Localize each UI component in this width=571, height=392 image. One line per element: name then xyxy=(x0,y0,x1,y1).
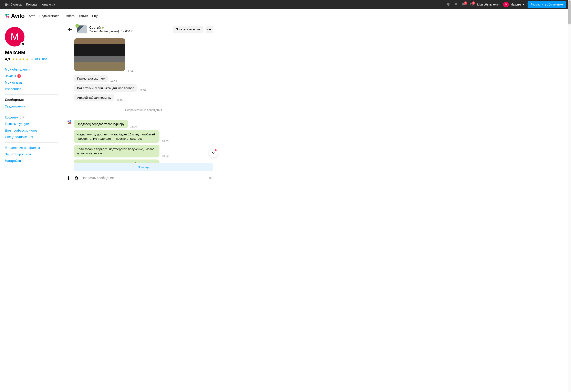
svg-point-3 xyxy=(7,16,9,18)
plus-icon[interactable] xyxy=(66,176,71,180)
logo-dots-icon xyxy=(5,14,10,18)
logo-text: Avito xyxy=(11,13,25,19)
nav-link-auto[interactable]: Авто xyxy=(29,14,35,17)
cart-badge: 2 xyxy=(472,1,475,5)
message-photo[interactable] xyxy=(74,38,125,71)
listing-title[interactable]: Zoom H4n Pro (новый) · 17 600 ₽ xyxy=(89,29,171,33)
chevron-down-icon: ▾ xyxy=(54,4,55,6)
online-indicator-icon xyxy=(102,27,104,29)
message-time: 17:48 xyxy=(110,79,117,82)
send-icon[interactable] xyxy=(208,176,213,180)
sidebar-item-favorites[interactable]: Избранное xyxy=(5,87,21,91)
orders-badge: 1 xyxy=(17,74,21,78)
profile-name: Максим xyxy=(5,49,58,56)
sidebar-item-offers[interactable]: Спецпредложения xyxy=(5,135,33,139)
chat-header: С Сергей Zoom H4n Pro (новый) · 17 600 ₽… xyxy=(66,23,213,36)
message-time: 18:00 xyxy=(162,154,169,158)
avatar: М xyxy=(503,2,509,7)
svg-point-6 xyxy=(68,123,69,124)
nav-link-jobs[interactable]: Работа xyxy=(64,14,75,17)
sidebar-list: Мои объявления Заказы 1 Мои отзывы Избра… xyxy=(5,66,58,92)
sidebar-item-orders[interactable]: Заказы xyxy=(5,74,16,78)
back-button[interactable] xyxy=(66,25,74,33)
system-message: Когда покупку доставят, у вас будет 10 м… xyxy=(74,130,169,143)
sidebar-item-notifications[interactable]: Уведомления xyxy=(5,105,25,108)
heart-icon xyxy=(446,2,450,7)
contact-name: Сергей xyxy=(89,26,101,29)
svg-point-7 xyxy=(69,122,71,124)
message-row: Примотана скотчем 17:48 xyxy=(74,75,213,82)
scrollbar-thumb[interactable] xyxy=(568,0,571,25)
page-scrollbar[interactable] xyxy=(568,0,571,194)
message-time: 17:48 xyxy=(128,70,134,73)
bell-icon xyxy=(454,2,458,7)
listing-thumbnail[interactable]: С xyxy=(77,25,87,33)
sidebar-item-my-reviews[interactable]: Мои отзывы xyxy=(5,81,23,85)
message-bubble: Если появятся вопросы, позвоните службе … xyxy=(74,160,159,163)
message-row: Вот с таким серийником для вас прибор 17… xyxy=(74,84,213,92)
dots-icon: ••• xyxy=(207,27,211,31)
system-messages-column: Продавец передал товар курьеру. 18:00 Ко… xyxy=(74,120,169,163)
show-phone-button[interactable]: Показать телефон xyxy=(173,26,203,33)
sidebar-list: Сообщения Уведомления xyxy=(5,97,58,110)
messages-button[interactable]: 1 xyxy=(462,2,466,7)
messages-badge: 1 xyxy=(464,1,467,5)
sidebar-item-pros[interactable]: Для профессионалов xyxy=(5,129,38,132)
sidebar-item-messages[interactable]: Сообщения xyxy=(5,98,24,102)
scroll-to-bottom-button[interactable] xyxy=(209,148,218,158)
topbar-link-help[interactable]: Помощь xyxy=(26,3,37,6)
nav-link-more[interactable]: Ещё xyxy=(92,14,99,17)
message-time: 17:57 xyxy=(140,89,146,92)
avatar-camera-button[interactable] xyxy=(20,42,25,46)
svg-point-5 xyxy=(70,120,71,122)
notifications-button[interactable] xyxy=(454,2,458,7)
sidebar-list: Кошелёк 0 ₽ Платные услуги Для профессио… xyxy=(5,114,58,140)
message-input[interactable] xyxy=(82,174,205,182)
favorites-button[interactable] xyxy=(446,2,450,7)
camera-icon xyxy=(21,43,24,45)
sidebar-list: Управление профилем Защита профиля Настр… xyxy=(5,145,58,164)
logo[interactable]: Avito xyxy=(5,13,25,19)
svg-point-1 xyxy=(8,14,9,15)
sidebar-item-paid[interactable]: Платные услуги xyxy=(5,122,29,126)
topbar-my-ads[interactable]: Мои объявления xyxy=(477,3,500,6)
message-time: 18:00 xyxy=(130,125,137,128)
topbar-link-business[interactable]: Для бизнеса xyxy=(5,3,22,6)
sidebar-item-settings[interactable]: Настройки xyxy=(5,159,21,163)
topbar-user-name: Максим xyxy=(510,3,521,6)
reviews-link[interactable]: 28 отзывов xyxy=(30,57,47,61)
cart-button[interactable]: 2 xyxy=(470,2,473,7)
chevron-down-icon: ▾ xyxy=(523,3,524,6)
sidebar-divider xyxy=(5,112,58,112)
rating-row: 4,9 ★★★★★ 28 отзывов xyxy=(5,57,58,61)
sidebar-item-profile[interactable]: Управление профилем xyxy=(5,146,40,150)
camera-icon[interactable] xyxy=(74,176,79,180)
topbar-user-menu[interactable]: М Максим ▾ xyxy=(503,2,524,7)
unread-divider: Непрочитанные сообщения xyxy=(74,103,213,120)
sidebar-item-my-ads[interactable]: Мои объявления xyxy=(5,68,30,71)
composer xyxy=(66,174,213,182)
post-ad-button[interactable]: Разместить объявление xyxy=(528,1,566,8)
nav-link-realty[interactable]: Недвижимость xyxy=(39,14,60,17)
svg-point-2 xyxy=(6,16,7,17)
help-button[interactable]: Помощь xyxy=(74,163,213,171)
chat-body[interactable]: 17:48 Примотана скотчем 17:48 Вот с таки… xyxy=(66,36,213,163)
topbar-link-catalogs[interactable]: Каталоги▾ xyxy=(42,3,55,6)
wallet-balance: 0 ₽ xyxy=(20,116,25,119)
topbar-catalogs-label: Каталоги xyxy=(42,3,54,6)
profile-avatar-wrap[interactable]: М xyxy=(5,27,25,46)
sidebar-item-wallet[interactable]: Кошелёк xyxy=(5,116,18,119)
sidebar-item-security[interactable]: Защита профиля xyxy=(5,153,31,156)
svg-point-4 xyxy=(68,120,69,122)
chat-footer: Помощь xyxy=(66,163,213,186)
topbar: Для бизнеса Помощь Каталоги▾ 1 2 Мои объ… xyxy=(0,0,571,9)
nav-link-services[interactable]: Услуги xyxy=(79,14,88,17)
chevron-down-icon xyxy=(212,151,215,155)
message-bubble: Андрей забрал посылку xyxy=(74,94,114,101)
avito-logo-icon xyxy=(67,120,72,125)
chat-menu-button[interactable]: ••• xyxy=(206,26,213,33)
system-message: Если товар в порядке, подтвердите получе… xyxy=(74,145,169,158)
rating-value: 4,9 xyxy=(5,57,10,61)
system-message: Продавец передал товар курьеру. 18:00 xyxy=(74,120,169,128)
sidebar-divider xyxy=(5,94,58,95)
